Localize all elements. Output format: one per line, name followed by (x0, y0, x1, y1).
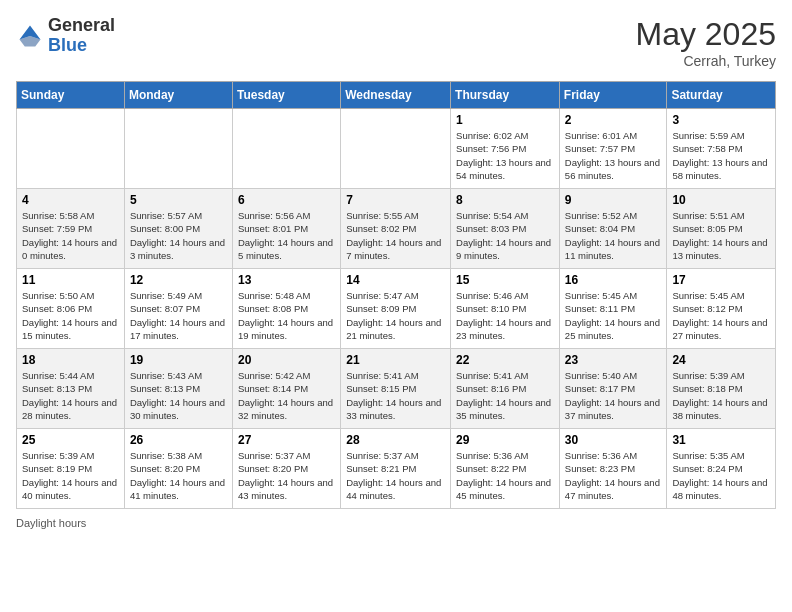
daylight-text: Daylight: 14 hours and 25 minutes. (565, 317, 660, 341)
day-cell: 23Sunrise: 5:40 AMSunset: 8:17 PMDayligh… (559, 349, 667, 429)
day-info: Sunrise: 5:45 AMSunset: 8:11 PMDaylight:… (565, 289, 662, 342)
sunrise-text: Sunrise: 5:41 AM (456, 370, 528, 381)
sunrise-text: Sunrise: 5:46 AM (456, 290, 528, 301)
day-info: Sunrise: 5:52 AMSunset: 8:04 PMDaylight:… (565, 209, 662, 262)
day-cell: 4Sunrise: 5:58 AMSunset: 7:59 PMDaylight… (17, 189, 125, 269)
day-cell (17, 109, 125, 189)
daylight-text: Daylight: 14 hours and 17 minutes. (130, 317, 225, 341)
sunrise-text: Sunrise: 5:40 AM (565, 370, 637, 381)
day-info: Sunrise: 5:42 AMSunset: 8:14 PMDaylight:… (238, 369, 335, 422)
day-cell: 10Sunrise: 5:51 AMSunset: 8:05 PMDayligh… (667, 189, 776, 269)
sunset-text: Sunset: 8:13 PM (22, 383, 92, 394)
sunset-text: Sunset: 8:10 PM (456, 303, 526, 314)
sunrise-text: Sunrise: 5:47 AM (346, 290, 418, 301)
logo-blue-text: Blue (48, 36, 115, 56)
day-info: Sunrise: 5:47 AMSunset: 8:09 PMDaylight:… (346, 289, 445, 342)
day-cell: 19Sunrise: 5:43 AMSunset: 8:13 PMDayligh… (124, 349, 232, 429)
sunrise-text: Sunrise: 5:54 AM (456, 210, 528, 221)
daylight-text: Daylight: 13 hours and 54 minutes. (456, 157, 551, 181)
day-info: Sunrise: 5:56 AMSunset: 8:01 PMDaylight:… (238, 209, 335, 262)
day-number: 23 (565, 353, 662, 367)
daylight-text: Daylight: 14 hours and 33 minutes. (346, 397, 441, 421)
day-cell: 14Sunrise: 5:47 AMSunset: 8:09 PMDayligh… (341, 269, 451, 349)
daylight-text: Daylight: 14 hours and 40 minutes. (22, 477, 117, 501)
day-cell: 25Sunrise: 5:39 AMSunset: 8:19 PMDayligh… (17, 429, 125, 509)
sunset-text: Sunset: 8:03 PM (456, 223, 526, 234)
sunset-text: Sunset: 8:19 PM (22, 463, 92, 474)
sunrise-text: Sunrise: 5:56 AM (238, 210, 310, 221)
day-number: 26 (130, 433, 227, 447)
day-number: 2 (565, 113, 662, 127)
day-number: 27 (238, 433, 335, 447)
day-number: 30 (565, 433, 662, 447)
day-info: Sunrise: 5:35 AMSunset: 8:24 PMDaylight:… (672, 449, 770, 502)
title-month: May 2025 (635, 16, 776, 53)
day-info: Sunrise: 5:59 AMSunset: 7:58 PMDaylight:… (672, 129, 770, 182)
day-info: Sunrise: 5:58 AMSunset: 7:59 PMDaylight:… (22, 209, 119, 262)
day-cell: 21Sunrise: 5:41 AMSunset: 8:15 PMDayligh… (341, 349, 451, 429)
day-number: 6 (238, 193, 335, 207)
daylight-text: Daylight: 14 hours and 28 minutes. (22, 397, 117, 421)
day-number: 13 (238, 273, 335, 287)
calendar-table: SundayMondayTuesdayWednesdayThursdayFrid… (16, 81, 776, 509)
day-cell: 15Sunrise: 5:46 AMSunset: 8:10 PMDayligh… (451, 269, 560, 349)
daylight-text: Daylight: 14 hours and 5 minutes. (238, 237, 333, 261)
day-cell: 13Sunrise: 5:48 AMSunset: 8:08 PMDayligh… (232, 269, 340, 349)
sunrise-text: Sunrise: 5:45 AM (565, 290, 637, 301)
title-location: Cerrah, Turkey (635, 53, 776, 69)
daylight-text: Daylight: 14 hours and 35 minutes. (456, 397, 551, 421)
header-monday: Monday (124, 82, 232, 109)
day-cell: 7Sunrise: 5:55 AMSunset: 8:02 PMDaylight… (341, 189, 451, 269)
sunrise-text: Sunrise: 5:36 AM (456, 450, 528, 461)
sunset-text: Sunset: 7:56 PM (456, 143, 526, 154)
sunrise-text: Sunrise: 5:49 AM (130, 290, 202, 301)
day-info: Sunrise: 5:57 AMSunset: 8:00 PMDaylight:… (130, 209, 227, 262)
day-cell: 31Sunrise: 5:35 AMSunset: 8:24 PMDayligh… (667, 429, 776, 509)
day-number: 9 (565, 193, 662, 207)
daylight-text: Daylight: 14 hours and 0 minutes. (22, 237, 117, 261)
logo-text: General Blue (48, 16, 115, 56)
header-saturday: Saturday (667, 82, 776, 109)
day-number: 5 (130, 193, 227, 207)
day-info: Sunrise: 5:46 AMSunset: 8:10 PMDaylight:… (456, 289, 554, 342)
day-number: 14 (346, 273, 445, 287)
day-info: Sunrise: 6:01 AMSunset: 7:57 PMDaylight:… (565, 129, 662, 182)
sunrise-text: Sunrise: 5:43 AM (130, 370, 202, 381)
daylight-text: Daylight: 14 hours and 43 minutes. (238, 477, 333, 501)
day-info: Sunrise: 5:45 AMSunset: 8:12 PMDaylight:… (672, 289, 770, 342)
sunrise-text: Sunrise: 5:51 AM (672, 210, 744, 221)
daylight-text: Daylight: 14 hours and 13 minutes. (672, 237, 767, 261)
day-cell: 8Sunrise: 5:54 AMSunset: 8:03 PMDaylight… (451, 189, 560, 269)
day-info: Sunrise: 5:36 AMSunset: 8:23 PMDaylight:… (565, 449, 662, 502)
week-row-5: 25Sunrise: 5:39 AMSunset: 8:19 PMDayligh… (17, 429, 776, 509)
day-number: 1 (456, 113, 554, 127)
day-info: Sunrise: 5:49 AMSunset: 8:07 PMDaylight:… (130, 289, 227, 342)
day-info: Sunrise: 5:48 AMSunset: 8:08 PMDaylight:… (238, 289, 335, 342)
day-number: 10 (672, 193, 770, 207)
day-number: 19 (130, 353, 227, 367)
daylight-text: Daylight: 14 hours and 9 minutes. (456, 237, 551, 261)
sunset-text: Sunset: 8:00 PM (130, 223, 200, 234)
day-cell: 16Sunrise: 5:45 AMSunset: 8:11 PMDayligh… (559, 269, 667, 349)
sunrise-text: Sunrise: 5:37 AM (238, 450, 310, 461)
day-cell: 27Sunrise: 5:37 AMSunset: 8:20 PMDayligh… (232, 429, 340, 509)
daylight-text: Daylight: 14 hours and 38 minutes. (672, 397, 767, 421)
day-cell: 11Sunrise: 5:50 AMSunset: 8:06 PMDayligh… (17, 269, 125, 349)
day-number: 18 (22, 353, 119, 367)
header-row: SundayMondayTuesdayWednesdayThursdayFrid… (17, 82, 776, 109)
sunrise-text: Sunrise: 5:44 AM (22, 370, 94, 381)
day-number: 7 (346, 193, 445, 207)
day-cell: 24Sunrise: 5:39 AMSunset: 8:18 PMDayligh… (667, 349, 776, 429)
sunset-text: Sunset: 8:18 PM (672, 383, 742, 394)
day-cell: 18Sunrise: 5:44 AMSunset: 8:13 PMDayligh… (17, 349, 125, 429)
calendar-body: 1Sunrise: 6:02 AMSunset: 7:56 PMDaylight… (17, 109, 776, 509)
sunrise-text: Sunrise: 5:37 AM (346, 450, 418, 461)
day-cell: 22Sunrise: 5:41 AMSunset: 8:16 PMDayligh… (451, 349, 560, 429)
daylight-text: Daylight: 14 hours and 48 minutes. (672, 477, 767, 501)
day-info: Sunrise: 5:55 AMSunset: 8:02 PMDaylight:… (346, 209, 445, 262)
day-info: Sunrise: 5:43 AMSunset: 8:13 PMDaylight:… (130, 369, 227, 422)
sunrise-text: Sunrise: 5:39 AM (22, 450, 94, 461)
daylight-text: Daylight: 14 hours and 30 minutes. (130, 397, 225, 421)
sunrise-text: Sunrise: 5:36 AM (565, 450, 637, 461)
sunrise-text: Sunrise: 5:39 AM (672, 370, 744, 381)
